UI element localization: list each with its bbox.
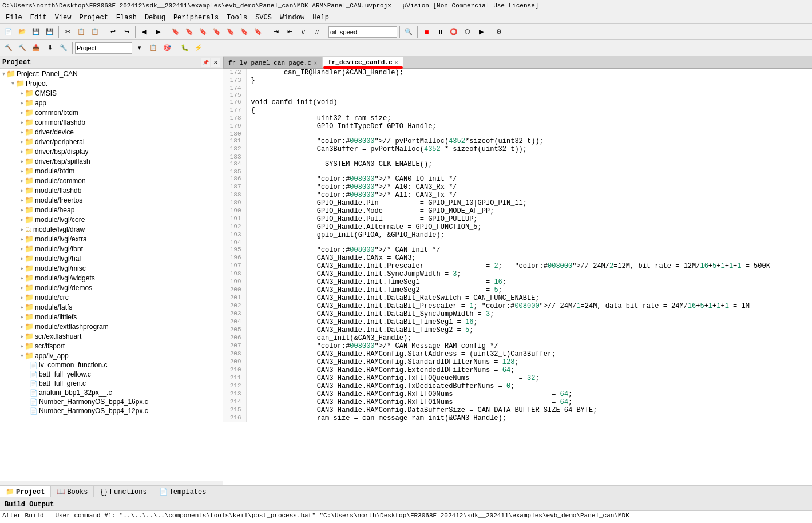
debug2-btn[interactable]: 🐛 bbox=[179, 42, 191, 54]
load-btn[interactable]: 📥 bbox=[30, 42, 42, 54]
menu-project[interactable]: Project bbox=[76, 13, 111, 23]
code-content[interactable]: ram_size = can_message_ram_init(&CAN3_Ha… bbox=[246, 414, 812, 422]
panel-close[interactable]: ✕ bbox=[211, 58, 220, 67]
undo-btn[interactable]: ↩ bbox=[106, 26, 119, 38]
menu-svcs[interactable]: SVCS bbox=[252, 13, 275, 23]
menu-view[interactable]: View bbox=[52, 13, 75, 23]
back-btn[interactable]: ◀ bbox=[138, 26, 150, 38]
debug-circle-btn[interactable]: ⭕ bbox=[447, 26, 460, 38]
panel-tab-functions[interactable]: {} Functions bbox=[94, 487, 153, 497]
tree-item-32[interactable]: 📄batt_full_gren.c bbox=[0, 379, 223, 388]
debug-run-btn[interactable]: ▶ bbox=[475, 26, 488, 38]
code-content[interactable] bbox=[246, 168, 812, 175]
tree-item-22[interactable]: ▸📁module/lvgl/demos bbox=[0, 283, 223, 292]
tree-item-23[interactable]: ▸📁module/crc bbox=[0, 292, 223, 302]
tree-item-9[interactable]: ▸📁driver/bsp/spiflash bbox=[0, 156, 223, 166]
new-btn[interactable]: 📄 bbox=[2, 26, 15, 38]
tree-item-26[interactable]: ▸📁module/extflashprogram bbox=[0, 322, 223, 331]
bookmark3-btn[interactable]: 🔖 bbox=[197, 26, 209, 38]
menu-peripherals[interactable]: Peripherals bbox=[170, 13, 222, 23]
tree-item-6[interactable]: ▸📁driver/device bbox=[0, 127, 223, 137]
comment-btn[interactable]: // bbox=[297, 26, 310, 38]
tree-item-4[interactable]: ▸📁common/btdm bbox=[0, 108, 223, 117]
tree-item-31[interactable]: 📄batt_full_yellow.c bbox=[0, 370, 223, 379]
project-scrollbar[interactable] bbox=[0, 481, 223, 485]
code-content[interactable]: CAN3_Handle.RAMConfig.StandardIDFilterNu… bbox=[246, 358, 812, 366]
code-content[interactable] bbox=[246, 153, 812, 160]
debug-stop-btn[interactable]: ⏹ bbox=[420, 26, 433, 38]
tree-item-20[interactable]: ▸📁module/lvgl/misc bbox=[0, 263, 223, 273]
code-content[interactable]: CAN3_Handle.RAMConfig.StartAddress = (ui… bbox=[246, 350, 812, 358]
outdent-btn[interactable]: ⇤ bbox=[283, 26, 296, 38]
tab-close-2[interactable]: ✕ bbox=[394, 59, 398, 66]
tree-item-25[interactable]: ▸📁module/littlefs bbox=[0, 312, 223, 322]
search-input[interactable] bbox=[328, 26, 397, 38]
bookmark5-btn[interactable]: 🔖 bbox=[224, 26, 237, 38]
tree-item-15[interactable]: ▸📁module/lvgl/core bbox=[0, 215, 223, 224]
paste-btn[interactable]: 📋 bbox=[89, 26, 101, 38]
tree-item-10[interactable]: ▸📁module/btdm bbox=[0, 166, 223, 176]
load2-btn[interactable]: ⬇ bbox=[43, 42, 56, 54]
tree-item-16[interactable]: ▸🗂module/lvgl/draw bbox=[0, 224, 223, 234]
settings-btn[interactable]: ⚙ bbox=[493, 26, 505, 38]
panel-pin[interactable]: 📌 bbox=[201, 58, 210, 67]
code-content[interactable]: CAN3_Handle.RAMConfig.DataBufferSize = C… bbox=[246, 406, 812, 414]
bookmark-btn[interactable]: 🔖 bbox=[169, 26, 182, 38]
code-content[interactable]: CAN3_Handle.RAMConfig.TxDedicatedBufferN… bbox=[246, 382, 812, 390]
code-content[interactable]: "color:#008000">/* CAN Message RAM confi… bbox=[246, 342, 812, 350]
search-btn[interactable]: 🔍 bbox=[402, 26, 415, 38]
code-content[interactable]: CAN3_Handle.Init.DataBit_RateSwitch = CA… bbox=[246, 294, 812, 302]
tree-item-19[interactable]: ▸📁module/lvgl/hal bbox=[0, 253, 223, 263]
code-content[interactable]: GPIO_Handle.Pull = GPIO_PULLUP; bbox=[246, 215, 812, 223]
tree-item-24[interactable]: ▸📁module/fatfs bbox=[0, 302, 223, 312]
debug-hex-btn[interactable]: ⬡ bbox=[461, 26, 474, 38]
manage-btn[interactable]: 📋 bbox=[147, 42, 160, 54]
uncomment-btn[interactable]: // bbox=[311, 26, 323, 38]
panel-tab-books[interactable]: 📖 Books bbox=[51, 486, 94, 497]
tree-item-28[interactable]: ▸📁scr/lfsport bbox=[0, 341, 223, 351]
menu-debug[interactable]: Debug bbox=[141, 13, 169, 23]
project-dropdown[interactable]: ▾ bbox=[133, 42, 146, 54]
code-content[interactable]: CAN3_Handle.Init.DataBit_TimeSeg1 = 16; bbox=[246, 318, 812, 326]
save-btn[interactable]: 💾 bbox=[30, 26, 42, 38]
code-content[interactable]: CAN3_Handle.Init.Prescaler = 2; "color:#… bbox=[246, 262, 812, 270]
indent-btn[interactable]: ⇥ bbox=[270, 26, 282, 38]
code-content[interactable]: CAN3_Handle.Init.DataBit_Prescaler = 1; … bbox=[246, 302, 812, 310]
menu-tools[interactable]: Tools bbox=[223, 13, 251, 23]
tree-item-5[interactable]: ▸📁common/flashdb bbox=[0, 117, 223, 127]
tab-close-1[interactable]: ✕ bbox=[314, 60, 317, 66]
tab-fr-lv-panel[interactable]: fr_lv_panel_can_page.c ✕ bbox=[223, 57, 322, 68]
tree-item-34[interactable]: 📄Number_HarmonyOS_bpp4_16px.c bbox=[0, 397, 223, 406]
code-content[interactable] bbox=[246, 130, 812, 137]
tree-item-1[interactable]: ▾📁Project bbox=[0, 78, 223, 88]
code-content[interactable]: CAN3_Handle.RAMConfig.TxFIFOQueueNums = … bbox=[246, 374, 812, 382]
tree-item-27[interactable]: ▸📁scr/extflashuart bbox=[0, 331, 223, 341]
code-content[interactable]: CAN3_Handle.Init.DataBit_TimeSeg2 = 5; bbox=[246, 326, 812, 334]
open-btn[interactable]: 📂 bbox=[16, 26, 29, 38]
tree-item-2[interactable]: ▸📁CMSIS bbox=[0, 88, 223, 98]
tree-item-0[interactable]: ▾📁Project: Panel_CAN bbox=[0, 69, 223, 78]
bookmark7-btn[interactable]: 🔖 bbox=[252, 26, 264, 38]
code-content[interactable]: GPIO_InitTypeDef GPIO_Handle; bbox=[246, 122, 812, 130]
code-content[interactable]: CAN3_Handle.Init.DataBit_SyncJumpWidth =… bbox=[246, 310, 812, 318]
tree-item-35[interactable]: 📄Number_HarmonyOS_bpp4_12px.c bbox=[0, 406, 223, 415]
code-content[interactable] bbox=[246, 85, 812, 92]
code-content[interactable]: gpio_init(GPIOA, &GPIO_Handle); bbox=[246, 231, 812, 239]
tree-item-33[interactable]: 📄arialuni_bbp1_32px__.c bbox=[0, 388, 223, 397]
code-content[interactable]: void canfd_init(void) bbox=[246, 98, 812, 106]
tree-item-17[interactable]: ▸📁module/lvgl/extra bbox=[0, 234, 223, 244]
rebuild-btn[interactable]: 🔨 bbox=[16, 42, 29, 54]
tree-item-8[interactable]: ▸📁driver/bsp/display bbox=[0, 146, 223, 156]
menu-file[interactable]: File bbox=[2, 13, 26, 23]
code-content[interactable]: can_init(&CAN3_Handle); bbox=[246, 334, 812, 342]
tree-item-14[interactable]: ▸📁module/heap bbox=[0, 205, 223, 215]
code-content[interactable]: { bbox=[246, 106, 812, 114]
tree-item-21[interactable]: ▸📁module/lvgl/widgets bbox=[0, 273, 223, 283]
debug-pause-btn[interactable]: ⏸ bbox=[434, 26, 446, 38]
code-content[interactable]: CAN3_Handle.RAMConfig.ExtendedIDFilterNu… bbox=[246, 366, 812, 374]
code-content[interactable]: CAN3_Handle.Init.TimeSeg1 = 16; bbox=[246, 278, 812, 286]
tree-item-29[interactable]: ▾📁app/lv_app bbox=[0, 351, 223, 360]
code-content[interactable]: } bbox=[246, 77, 812, 85]
code-content[interactable]: "color:#008000">// pvPortMalloc(4352*siz… bbox=[246, 137, 812, 145]
tree-item-12[interactable]: ▸📁module/flashdb bbox=[0, 185, 223, 195]
